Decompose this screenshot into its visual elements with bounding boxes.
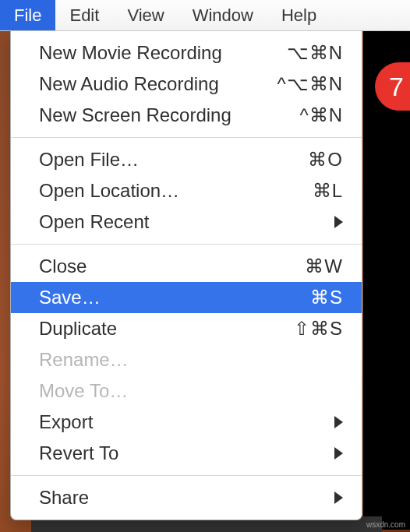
menu-item-shortcut: ⌘W <box>305 255 343 277</box>
menu-item-label: Move To… <box>39 380 128 402</box>
menu-item-label: Close <box>39 255 87 277</box>
menu-item-label: Open Location… <box>39 180 179 202</box>
menu-item-shortcut: ^⌥⌘N <box>277 73 343 95</box>
menu-item-new-audio-recording[interactable]: New Audio Recording ^⌥⌘N <box>11 69 362 100</box>
menu-item-label: Open File… <box>39 149 139 171</box>
menubar-item-edit[interactable]: Edit <box>55 0 113 30</box>
menubar-label: Help <box>281 5 316 26</box>
menu-item-label: New Movie Recording <box>39 42 222 64</box>
menu-separator <box>11 244 362 245</box>
menu-item-label: Rename… <box>39 349 129 371</box>
menu-item-open-location[interactable]: Open Location… ⌘L <box>11 175 362 206</box>
menubar: File Edit View Window Help <box>0 0 410 31</box>
notification-count: 7 <box>389 72 404 102</box>
menu-item-label: Revert To <box>39 442 118 464</box>
chevron-right-icon <box>334 216 343 228</box>
menu-item-share[interactable]: Share <box>11 482 362 513</box>
file-menu-dropdown: New Movie Recording ⌥⌘N New Audio Record… <box>10 31 362 520</box>
chevron-right-icon <box>334 447 343 460</box>
menubar-item-window[interactable]: Window <box>178 0 267 30</box>
menu-item-new-movie-recording[interactable]: New Movie Recording ⌥⌘N <box>11 37 362 69</box>
menu-item-revert-to[interactable]: Revert To <box>11 438 362 469</box>
menu-item-save[interactable]: Save… ⌘S <box>11 282 362 313</box>
menu-item-shortcut: ⌘S <box>310 287 343 308</box>
menu-item-shortcut: ⌘L <box>313 180 343 202</box>
menu-item-label: Share <box>39 487 89 509</box>
menu-item-label: Open Recent <box>39 211 149 233</box>
menu-item-shortcut: ⌥⌘N <box>287 42 343 64</box>
menu-item-open-file[interactable]: Open File… ⌘O <box>11 144 362 175</box>
menu-item-duplicate[interactable]: Duplicate ⇧⌘S <box>11 313 362 344</box>
menubar-label: File <box>14 5 41 26</box>
menu-item-new-screen-recording[interactable]: New Screen Recording ^⌘N <box>11 100 362 131</box>
submenu-indicator <box>334 416 343 428</box>
submenu-indicator <box>334 491 343 504</box>
menu-item-close[interactable]: Close ⌘W <box>11 251 362 282</box>
menu-item-shortcut: ^⌘N <box>299 104 343 126</box>
menu-item-rename: Rename… <box>11 344 362 375</box>
menu-item-label: Export <box>39 411 93 433</box>
menu-item-open-recent[interactable]: Open Recent <box>11 206 362 238</box>
menubar-label: View <box>127 5 164 26</box>
menubar-item-file[interactable]: File <box>0 0 55 30</box>
menu-item-label: Duplicate <box>39 318 117 340</box>
menu-item-label: New Audio Recording <box>39 73 219 95</box>
menu-item-shortcut: ⇧⌘S <box>294 318 343 340</box>
menubar-item-view[interactable]: View <box>113 0 178 30</box>
menu-item-export[interactable]: Export <box>11 407 362 438</box>
menu-item-move-to: Move To… <box>11 375 362 407</box>
submenu-indicator <box>334 447 343 460</box>
menu-item-label: New Screen Recording <box>39 104 232 126</box>
menu-separator <box>11 475 362 476</box>
chevron-right-icon <box>334 416 343 428</box>
menubar-label: Window <box>193 5 253 26</box>
menu-separator <box>11 137 362 138</box>
watermark: wsxdn.com <box>366 520 405 529</box>
menu-item-label: Save… <box>39 287 101 308</box>
menubar-label: Edit <box>69 5 99 26</box>
submenu-indicator <box>334 216 343 228</box>
menu-item-shortcut: ⌘O <box>308 149 343 171</box>
menubar-item-help[interactable]: Help <box>267 0 330 30</box>
chevron-right-icon <box>334 491 343 504</box>
